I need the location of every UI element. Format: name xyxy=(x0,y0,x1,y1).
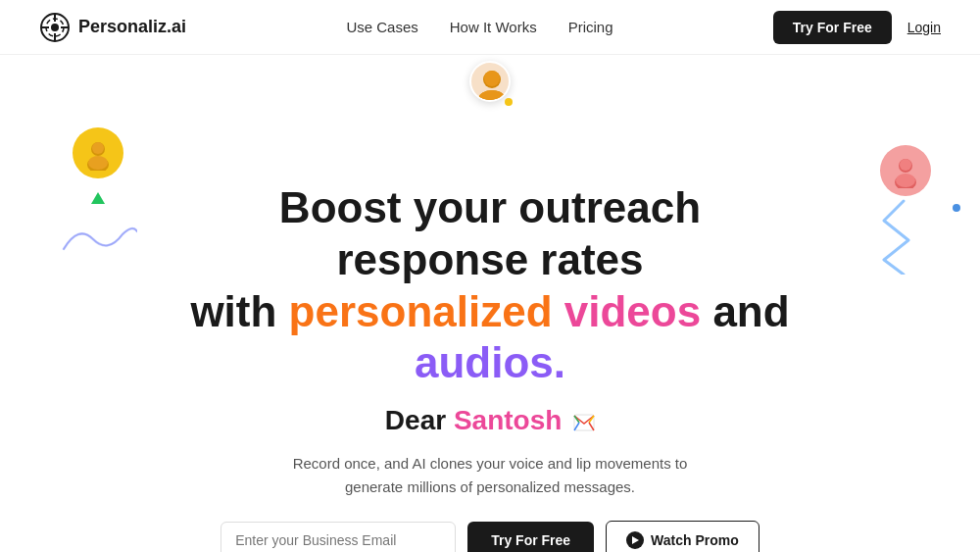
email-input[interactable] xyxy=(220,522,456,552)
name-highlight: Santosh xyxy=(454,405,562,435)
dear-line: Dear Santosh xyxy=(385,405,595,438)
play-triangle xyxy=(632,536,639,544)
hero-description: Record once, and AI clones your voice an… xyxy=(265,452,715,499)
navbar-actions: Try For Free Login xyxy=(773,11,941,44)
play-icon xyxy=(626,531,644,549)
nav-links: Use Cases How It Works Pricing xyxy=(346,19,612,35)
nav-use-cases[interactable]: Use Cases xyxy=(346,19,417,35)
logo[interactable]: Personaliz.ai xyxy=(39,12,186,43)
nav-pricing[interactable]: Pricing xyxy=(568,19,613,35)
gmail-icon xyxy=(573,407,595,438)
try-free-button[interactable]: Try For Free xyxy=(467,522,594,552)
heading-audios: audios. xyxy=(415,338,565,386)
heading-videos: videos xyxy=(553,287,702,335)
nav-login-button[interactable]: Login xyxy=(907,20,941,35)
cta-row: Try For Free Watch Promo xyxy=(220,521,760,552)
hero-heading: Boost your outreach response rates with … xyxy=(186,182,794,389)
svg-rect-19 xyxy=(574,415,594,430)
watch-promo-button[interactable]: Watch Promo xyxy=(606,521,760,552)
watch-promo-label: Watch Promo xyxy=(651,532,739,548)
heading-personalized: personalized xyxy=(289,287,553,335)
heading-and: and xyxy=(701,287,789,335)
heading-line1: Boost your outreach response rates xyxy=(279,183,701,283)
logo-text: Personaliz.ai xyxy=(78,17,186,37)
logo-icon xyxy=(39,12,71,43)
nav-try-free-button[interactable]: Try For Free xyxy=(773,11,892,44)
hero-section: Boost your outreach response rates with … xyxy=(0,55,980,552)
svg-point-1 xyxy=(51,24,59,31)
dear-text: Dear xyxy=(385,405,454,435)
nav-how-it-works[interactable]: How It Works xyxy=(450,19,537,35)
heading-with: with xyxy=(190,287,288,335)
navbar: Personaliz.ai Use Cases How It Works Pri… xyxy=(0,0,980,55)
